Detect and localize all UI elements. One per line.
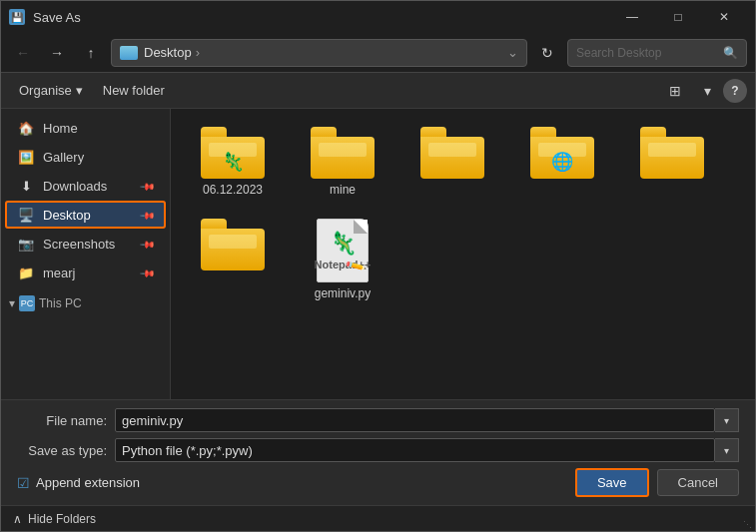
sidebar-item-desktop[interactable]: 🖥️ Desktop 📌 bbox=[5, 201, 166, 229]
file-item-folder-2[interactable]: mine bbox=[293, 121, 392, 203]
sidebar-item-downloads[interactable]: ⬇ Downloads 📌 bbox=[5, 172, 166, 200]
maximize-button[interactable]: □ bbox=[655, 1, 701, 33]
search-box[interactable]: Search Desktop 🔍 bbox=[567, 39, 747, 67]
search-icon: 🔍 bbox=[723, 46, 738, 60]
append-extension-label: Append extension bbox=[36, 475, 140, 490]
toolbar: Organise ▾ New folder ⊞ ▾ ? bbox=[1, 73, 755, 109]
filename-input[interactable] bbox=[115, 408, 715, 432]
filename-row: File name: ▾ bbox=[17, 408, 739, 432]
sidebar-section-this-pc[interactable]: ▾ PC This PC bbox=[1, 287, 170, 315]
filename-label: File name: bbox=[17, 413, 107, 428]
path-label: Desktop bbox=[144, 45, 192, 60]
path-separator: › bbox=[196, 45, 200, 60]
cancel-button[interactable]: Cancel bbox=[657, 469, 739, 496]
address-path[interactable]: Desktop › ⌄ bbox=[111, 39, 527, 67]
file-label-1: 06.12.2023 bbox=[203, 183, 263, 197]
section-chevron-icon: ▾ bbox=[9, 296, 15, 310]
file-item-py[interactable]: 🦎 Notepad++ ✏️ geminiv.py bbox=[293, 213, 392, 306]
file-item-folder-5[interactable] bbox=[622, 121, 722, 203]
file-area: 🦎 06.12.2023 mine bbox=[171, 109, 755, 399]
up-button[interactable]: ↑ bbox=[77, 39, 105, 67]
folder-icon-5 bbox=[640, 127, 704, 179]
folder-shine-5 bbox=[648, 143, 696, 157]
folder-embed-4: 🌐 bbox=[551, 151, 573, 173]
folder-shine-3 bbox=[428, 143, 476, 157]
help-button[interactable]: ? bbox=[723, 79, 747, 103]
refresh-button[interactable]: ↻ bbox=[533, 39, 561, 67]
organise-arrow-icon: ▾ bbox=[76, 83, 83, 98]
search-placeholder: Search Desktop bbox=[576, 46, 661, 60]
hide-folders-toggle[interactable]: ∧ Hide Folders bbox=[13, 512, 96, 526]
sidebar-label-home: Home bbox=[43, 121, 78, 136]
view-button[interactable]: ⊞ bbox=[659, 77, 691, 105]
hide-folders-chevron: ∧ bbox=[13, 512, 22, 526]
back-button[interactable]: ← bbox=[9, 39, 37, 67]
path-icon bbox=[120, 46, 138, 60]
save-as-dialog: 💾 Save As — □ ✕ ← → ↑ Desktop › ⌄ ↻ Sear… bbox=[0, 0, 756, 532]
pin-icon-screenshots: 📌 bbox=[140, 236, 156, 252]
resize-handle[interactable]: ⋱ bbox=[743, 520, 752, 530]
folder-icon-6 bbox=[201, 219, 265, 270]
file-item-folder-1[interactable]: 🦎 06.12.2023 bbox=[183, 121, 283, 203]
sidebar-label-downloads: Downloads bbox=[43, 179, 107, 194]
hide-folders-row: ∧ Hide Folders ⋱ bbox=[1, 505, 755, 531]
sidebar-label-desktop: Desktop bbox=[43, 208, 91, 223]
file-item-folder-6[interactable] bbox=[183, 213, 283, 306]
path-dropdown-arrow[interactable]: ⌄ bbox=[507, 45, 518, 60]
filename-dropdown-button[interactable]: ▾ bbox=[715, 408, 739, 432]
folder-shine-2 bbox=[319, 143, 367, 157]
savetype-select[interactable]: Python file (*.py;*.pyw) bbox=[115, 438, 715, 462]
forward-button[interactable]: → bbox=[43, 39, 71, 67]
view-dropdown-button[interactable]: ▾ bbox=[691, 77, 723, 105]
py-file-body: 🦎 Notepad++ ✏️ bbox=[317, 219, 369, 282]
folder-embed-1: 🦎 bbox=[222, 151, 244, 173]
folder-icon-2 bbox=[311, 127, 375, 179]
this-pc-icon: PC bbox=[19, 295, 35, 311]
folder-shine-6 bbox=[209, 235, 257, 249]
file-label-2: mine bbox=[330, 183, 356, 197]
organise-label: Organise bbox=[19, 83, 72, 98]
sidebar-item-mearj[interactable]: 📁 mearj 📌 bbox=[5, 259, 166, 286]
new-folder-button[interactable]: New folder bbox=[93, 79, 175, 102]
title-bar: 💾 Save As — □ ✕ bbox=[1, 1, 755, 33]
folder-body-6 bbox=[201, 229, 265, 270]
sidebar-label-mearj: mearj bbox=[43, 266, 76, 280]
checkbox-icon[interactable]: ☑ bbox=[17, 475, 30, 491]
hide-folders-label: Hide Folders bbox=[28, 512, 96, 526]
sidebar-item-gallery[interactable]: 🖼️ Gallery bbox=[5, 143, 166, 171]
savetype-row: Save as type: Python file (*.py;*.pyw) ▾ bbox=[17, 438, 739, 462]
folder-body: 🦎 bbox=[201, 137, 265, 179]
folder-body-3 bbox=[420, 137, 484, 179]
folder-icon-3 bbox=[420, 127, 484, 179]
gecko-icon: 🦎 bbox=[330, 231, 357, 257]
desktop-icon: 🖥️ bbox=[17, 206, 35, 224]
savetype-label: Save as type: bbox=[17, 443, 107, 458]
append-extension-row: ☑ Append extension bbox=[17, 475, 140, 491]
folder-body-2 bbox=[311, 137, 375, 179]
file-item-folder-4[interactable]: 🌐 bbox=[512, 121, 612, 203]
sidebar-item-screenshots[interactable]: 📷 Screenshots 📌 bbox=[5, 230, 166, 258]
minimize-button[interactable]: — bbox=[609, 1, 655, 33]
screenshots-icon: 📷 bbox=[17, 235, 35, 253]
save-button[interactable]: Save bbox=[575, 468, 649, 497]
file-item-folder-3[interactable] bbox=[402, 121, 502, 203]
sidebar-item-home[interactable]: 🏠 Home bbox=[5, 114, 166, 142]
sidebar-label-gallery: Gallery bbox=[43, 150, 84, 165]
folder-body-4: 🌐 bbox=[530, 137, 594, 179]
address-bar: ← → ↑ Desktop › ⌄ ↻ Search Desktop 🔍 bbox=[1, 33, 755, 73]
folder-icon-4: 🌐 bbox=[530, 127, 594, 179]
bottom-actions: ☑ Append extension Save Cancel bbox=[17, 468, 739, 497]
dialog-title: Save As bbox=[33, 10, 81, 25]
file-label-py: geminiv.py bbox=[315, 286, 371, 300]
close-button[interactable]: ✕ bbox=[701, 1, 747, 33]
py-file-icon: 🦎 Notepad++ ✏️ bbox=[317, 219, 369, 282]
window-controls: — □ ✕ bbox=[609, 1, 747, 33]
folder-icon-1: 🦎 bbox=[201, 127, 265, 179]
title-bar-left: 💾 Save As bbox=[9, 9, 81, 25]
bottom-bar: File name: ▾ Save as type: Python file (… bbox=[1, 399, 755, 505]
pin-icon-mearj: 📌 bbox=[140, 265, 156, 280]
pin-icon-downloads: 📌 bbox=[140, 178, 156, 194]
organise-button[interactable]: Organise ▾ bbox=[9, 79, 93, 102]
savetype-dropdown-button[interactable]: ▾ bbox=[715, 438, 739, 462]
sidebar: 🏠 Home 🖼️ Gallery ⬇ Downloads 📌 🖥️ Deskt… bbox=[1, 109, 171, 399]
